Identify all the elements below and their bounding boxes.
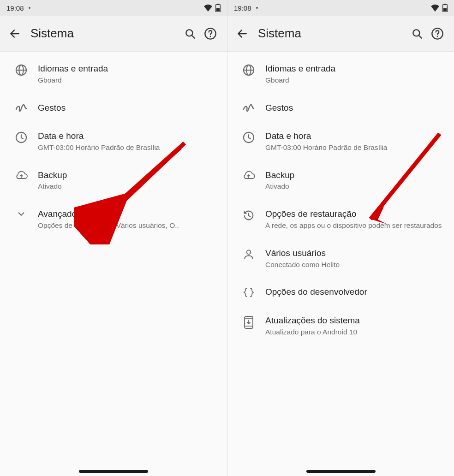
cloud-icon: [14, 170, 28, 180]
search-button[interactable]: [407, 24, 427, 44]
wifi-icon: [203, 4, 213, 12]
status-bar: 19:08: [0, 0, 227, 16]
row-title: Backup: [265, 169, 447, 181]
row-title: Idiomas e entrada: [265, 63, 447, 75]
navigation-bar[interactable]: [227, 467, 454, 476]
svg-point-6: [210, 36, 211, 37]
help-button[interactable]: [427, 24, 448, 44]
row-subtitle: GMT-03:00 Horário Padrão de Brasília: [38, 143, 220, 153]
row-title: Opções de restauração: [265, 208, 447, 220]
wifi-icon: [430, 4, 440, 12]
svg-rect-14: [443, 8, 447, 12]
row-title: Avançado: [38, 208, 220, 220]
svg-rect-2: [216, 8, 220, 12]
search-button[interactable]: [180, 24, 200, 44]
help-button[interactable]: [200, 24, 221, 44]
app-bar: Sistema: [227, 16, 454, 52]
clock-icon: [15, 131, 28, 144]
row-subtitle: Atualizado para o Android 10: [265, 327, 447, 337]
navigation-bar[interactable]: [0, 467, 227, 476]
row-subtitle: Gboard: [38, 76, 220, 85]
row-title: Data e hora: [38, 130, 220, 142]
page-title: Sistema: [251, 26, 407, 41]
svg-rect-1: [217, 4, 219, 5]
cloud-icon: [242, 170, 256, 180]
row-developer-options[interactable]: Opções do desenvolvedor: [227, 278, 454, 306]
user-icon: [243, 248, 255, 260]
screen-right: 19:08 Sistema Idiom: [227, 0, 454, 476]
settings-list: Idiomas e entrada Gboard Gestos Data e h…: [0, 52, 227, 467]
row-title: Atualizações do sistema: [265, 315, 447, 327]
status-bar: 19:08: [227, 0, 454, 16]
svg-line-16: [419, 35, 422, 38]
row-multiple-users[interactable]: Vários usuários Conectado como Helito: [227, 239, 454, 278]
svg-point-18: [437, 36, 438, 37]
row-subtitle: A rede, os apps ou o dispositivo podem s…: [265, 221, 447, 231]
clock-time: 19:08: [6, 4, 24, 12]
app-bar: Sistema: [0, 16, 227, 52]
update-icon: [244, 315, 254, 329]
braces-icon: [243, 287, 255, 298]
squiggle-icon: [15, 103, 28, 113]
row-date-time[interactable]: Data e hora GMT-03:00 Horário Padrão de …: [227, 122, 454, 161]
row-system-updates[interactable]: Atualizações do sistema Atualizado para …: [227, 306, 454, 345]
home-pill-icon: [306, 470, 376, 473]
notification-dot: [29, 7, 30, 9]
row-title: Gestos: [38, 102, 220, 114]
row-reset-options[interactable]: Opções de restauração A rede, os apps ou…: [227, 200, 454, 239]
row-languages-input[interactable]: Idiomas e entrada Gboard: [0, 54, 227, 94]
chevron-down-icon: [16, 209, 26, 219]
squiggle-icon: [242, 103, 255, 113]
row-backup[interactable]: Backup Ativado: [227, 161, 454, 200]
row-gestures[interactable]: Gestos: [0, 94, 227, 122]
clock-icon: [242, 131, 255, 144]
home-pill-icon: [79, 470, 148, 473]
battery-icon: [442, 4, 448, 12]
clock-time: 19:08: [234, 4, 251, 12]
row-subtitle: Gboard: [265, 76, 447, 85]
svg-point-23: [247, 250, 251, 254]
screen-left: 19:08 Sistema Idiom: [0, 0, 227, 476]
history-icon: [242, 209, 255, 222]
row-title: Backup: [38, 169, 220, 181]
row-title: Opções do desenvolvedor: [265, 286, 447, 298]
row-subtitle: Ativado: [38, 182, 220, 191]
back-button[interactable]: [6, 28, 23, 40]
globe-icon: [242, 64, 255, 77]
back-button[interactable]: [234, 28, 251, 40]
page-title: Sistema: [23, 26, 180, 41]
settings-list: Idiomas e entrada Gboard Gestos Data e h…: [227, 52, 454, 467]
row-title: Data e hora: [265, 130, 447, 142]
row-title: Vários usuários: [265, 247, 447, 259]
notification-dot: [256, 7, 258, 9]
svg-rect-13: [444, 4, 446, 5]
row-backup[interactable]: Backup Ativado: [0, 161, 227, 200]
row-gestures[interactable]: Gestos: [227, 94, 454, 122]
row-advanced[interactable]: Avançado Opções de restauração, Vários u…: [0, 200, 227, 239]
row-subtitle: GMT-03:00 Horário Padrão de Brasília: [265, 143, 447, 153]
row-title: Idiomas e entrada: [38, 63, 220, 75]
battery-icon: [215, 4, 221, 12]
row-subtitle: Opções de restauração, Vários usuários, …: [38, 221, 220, 231]
row-subtitle: Conectado como Helito: [265, 260, 447, 270]
row-date-time[interactable]: Data e hora GMT-03:00 Horário Padrão de …: [0, 122, 227, 161]
globe-icon: [15, 64, 28, 77]
svg-line-4: [192, 35, 195, 38]
row-title: Gestos: [265, 102, 447, 114]
row-languages-input[interactable]: Idiomas e entrada Gboard: [227, 54, 454, 94]
row-subtitle: Ativado: [265, 182, 447, 191]
